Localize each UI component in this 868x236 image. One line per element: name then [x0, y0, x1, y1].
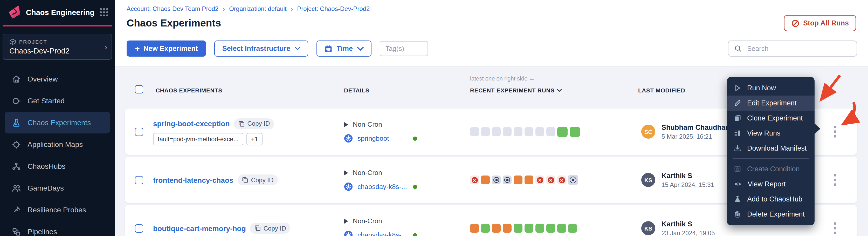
select-all-checkbox[interactable]	[135, 85, 143, 93]
sidebar-item-get-started[interactable]: Get Started	[5, 90, 110, 112]
menu-item-view-runs[interactable]: View Runs	[727, 126, 814, 141]
row-menu-button[interactable]	[829, 219, 841, 236]
run-indicator-empty[interactable]	[514, 127, 523, 136]
column-header-recent-runs[interactable]: RECENT EXPERIMENT RUNS	[470, 87, 562, 93]
app-title: Chaos Engineering	[26, 8, 94, 17]
infrastructure-link[interactable]: chaosday-k8s-...	[358, 231, 407, 236]
run-indicator-empty[interactable]	[492, 127, 501, 136]
tags-filter-input[interactable]	[380, 41, 428, 56]
play-icon	[344, 170, 348, 175]
sidebar-item-application-maps[interactable]: Application Maps	[5, 134, 110, 155]
run-indicator-passed[interactable]	[546, 224, 555, 233]
row-checkbox[interactable]	[135, 224, 143, 232]
column-header-chaos-experiments[interactable]: CHAOS EXPERIMENTS	[156, 87, 222, 93]
run-indicator-warning[interactable]	[492, 224, 501, 233]
chevron-down-icon	[557, 89, 562, 92]
run-indicator-empty[interactable]	[546, 127, 555, 136]
kubernetes-icon	[344, 231, 353, 236]
experiment-name-link[interactable]: frontend-latency-chaos	[153, 176, 234, 184]
run-indicator-stopped[interactable]	[503, 176, 512, 184]
breadcrumb-organization[interactable]: Organization: default	[229, 5, 287, 12]
sidebar-item-chaos-experiments[interactable]: Chaos Experiments	[5, 112, 110, 134]
app-grid-icon[interactable]	[99, 7, 109, 17]
avatar: KS	[641, 221, 655, 235]
select-infrastructure-dropdown[interactable]: Select Infrastructure	[215, 40, 308, 57]
prohibit-icon	[791, 19, 800, 27]
play-icon	[344, 218, 348, 224]
menu-item-delete-experiment[interactable]: Delete Experiment	[727, 207, 814, 222]
tag-count-chip[interactable]: +1	[246, 133, 263, 145]
sidebar-item-pipelines[interactable]: Pipelines	[5, 221, 110, 236]
breadcrumb-project[interactable]: Project: Chaos-Dev-Prod2	[297, 5, 370, 12]
run-indicator-failed[interactable]	[470, 176, 479, 184]
tag-chip[interactable]: fault=pod-jvm-method-exce...	[153, 133, 243, 145]
recent-runs	[470, 175, 641, 185]
run-indicator-empty[interactable]	[503, 127, 512, 136]
run-indicator-warning[interactable]	[503, 224, 512, 233]
kubernetes-icon	[344, 182, 353, 191]
network-icon	[11, 161, 21, 171]
run-indicator-passed[interactable]	[557, 126, 567, 137]
run-indicator-warning[interactable]	[481, 176, 490, 184]
time-filter-dropdown[interactable]: Time	[316, 40, 371, 57]
breadcrumb-account[interactable]: Account: Chaos Dev Team Prod2	[127, 5, 218, 12]
row-menu-button[interactable]	[829, 123, 841, 141]
run-indicator-empty[interactable]	[481, 127, 490, 136]
experiment-name-link[interactable]: boutique-cart-memory-hog	[153, 224, 246, 232]
sidebar-item-gamedays[interactable]: GameDays	[5, 177, 110, 199]
search-input[interactable]	[746, 44, 851, 53]
new-experiment-button[interactable]: + New Experiment	[127, 40, 206, 57]
row-checkbox[interactable]	[135, 176, 143, 184]
experiment-name-link[interactable]: spring-boot-exception	[153, 119, 230, 128]
modified-by-name: Karthik S	[661, 172, 714, 179]
pipelines-icon	[11, 227, 21, 236]
avatar: KS	[641, 173, 655, 187]
row-menu-button[interactable]	[829, 171, 841, 189]
run-indicator-failed[interactable]	[546, 176, 555, 184]
infrastructure-link[interactable]: chaosday-k8s-...	[358, 183, 407, 190]
run-indicator-empty[interactable]	[535, 127, 544, 136]
run-indicator-passed[interactable]	[570, 126, 580, 137]
infrastructure-link[interactable]: springboot	[358, 135, 389, 142]
copy-id-button[interactable]: Copy ID	[250, 223, 290, 234]
run-indicator-stopped[interactable]	[492, 176, 501, 184]
run-indicator-warning[interactable]	[514, 176, 523, 184]
run-indicator-passed[interactable]	[568, 224, 577, 233]
project-selector[interactable]: PROJECT Chaos-Dev-Prod2 ›	[3, 34, 112, 60]
menu-item-run-now[interactable]: Run Now	[727, 81, 814, 95]
run-indicator-failed[interactable]	[557, 176, 566, 184]
run-indicator-warning[interactable]	[525, 176, 533, 184]
sidebar-item-resilience-probes[interactable]: Resilience Probes	[5, 199, 110, 221]
recent-runs	[470, 126, 641, 137]
menu-item-edit-experiment[interactable]: Edit Experiment	[727, 95, 814, 111]
run-indicator-passed[interactable]	[535, 224, 544, 233]
copy-id-button[interactable]: Copy ID	[234, 118, 274, 129]
menu-item-add-to-chaoshub[interactable]: Add to ChaosHub	[727, 191, 814, 207]
column-header-details[interactable]: DETAILS	[344, 87, 369, 93]
run-indicator-passed[interactable]	[525, 224, 533, 233]
run-indicator-passed[interactable]	[557, 224, 566, 233]
run-indicator-empty[interactable]	[525, 127, 533, 136]
copy-id-button[interactable]: Copy ID	[238, 174, 278, 185]
search-box[interactable]	[728, 40, 857, 57]
sidebar-item-label: Overview	[28, 75, 58, 83]
run-indicator-passed[interactable]	[481, 224, 490, 233]
column-header-last-modified[interactable]: LAST MODIFIED	[638, 87, 685, 93]
run-indicator-warning[interactable]	[470, 224, 479, 233]
modified-date: 23 Jan 2024, 19:05	[661, 229, 715, 236]
copy-icon	[238, 120, 245, 127]
run-indicator-stopped[interactable]	[568, 175, 578, 185]
download-icon	[734, 144, 741, 152]
sidebar-item-chaoshubs[interactable]: ChaosHubs	[5, 155, 110, 177]
flask-icon	[734, 195, 741, 203]
run-indicator-passed[interactable]	[514, 224, 523, 233]
menu-item-view-report[interactable]: View Report	[727, 177, 814, 191]
menu-item-download-manifest[interactable]: Download Manifest	[727, 141, 814, 156]
run-indicator-failed[interactable]	[535, 176, 544, 184]
row-checkbox[interactable]	[135, 127, 143, 136]
sidebar-item-overview[interactable]: Overview	[5, 68, 110, 90]
cube-icon	[9, 38, 16, 45]
menu-item-clone-experiment[interactable]: Clone Experiment	[727, 111, 814, 126]
stop-all-runs-button[interactable]: Stop All Runs	[784, 15, 856, 31]
run-indicator-empty[interactable]	[470, 127, 479, 136]
